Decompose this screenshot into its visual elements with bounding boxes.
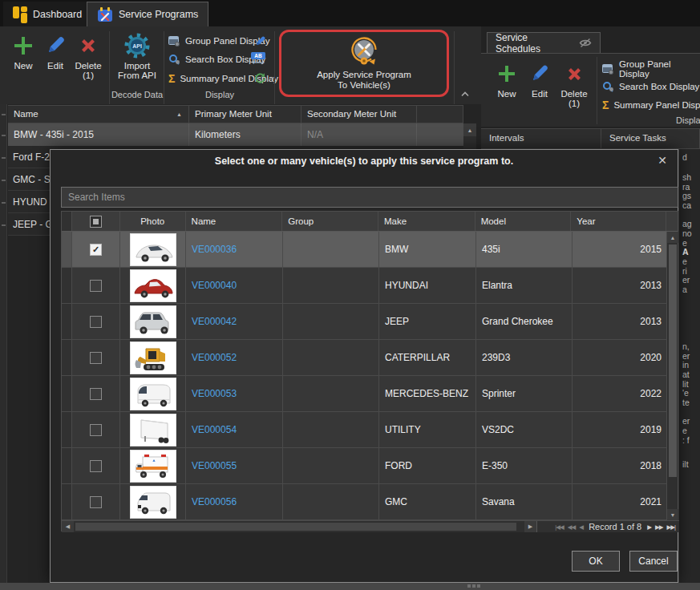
vehicle-name-link[interactable]: VE000042 [192,316,237,327]
schedules-new-button[interactable]: New [491,59,523,99]
scrollbar-track[interactable] [74,521,524,532]
collapse-ribbon-chevron-icon[interactable] [460,91,470,97]
scroll-down-icon[interactable]: ▼ [667,509,678,520]
vehicle-group-cell [283,340,379,375]
prev-page-icon[interactable]: ◀◀ [568,523,576,531]
column-header-group[interactable]: Group [282,212,378,231]
tab-dashboard[interactable]: Dashboard [3,2,91,26]
tab-service-schedules[interactable]: Service Schedules [487,32,601,53]
plus-icon [496,59,517,89]
pencil-icon [44,30,67,61]
column-header-year[interactable]: Year [571,212,666,231]
schedules-delete-button[interactable]: Delete (1) [556,59,593,108]
vehicle-name-link[interactable]: VE000036 [192,244,237,255]
next-record-icon[interactable]: ▶ [647,523,651,531]
vehicles-horizontal-scrollbar[interactable]: ◀ ▶ |◀◀ ◀◀ ◀ Record 1 of 8 ▶ ▶▶ ▶▶| [62,520,679,532]
column-header-model[interactable]: Model [475,212,572,231]
row-checkbox-cell[interactable] [72,304,120,339]
delete-button[interactable]: Delete (1) [71,30,106,80]
ok-button[interactable]: OK [572,551,620,572]
vehicle-model-cell: 435i [476,232,573,267]
scroll-right-icon[interactable]: ▶ [524,521,536,532]
first-record-icon[interactable]: |◀◀ [555,523,563,531]
row-checkbox-cell[interactable] [72,412,120,447]
row-checkbox[interactable] [90,496,102,508]
vehicle-name-link[interactable]: VE000056 [192,496,237,507]
scroll-left-icon[interactable]: ◀ [62,521,74,532]
row-checkbox-cell[interactable] [72,484,120,519]
next-page-icon[interactable]: ▶▶ [655,523,663,531]
apply-service-program-button[interactable]: Apply Service Program To Vehicle(s) [279,30,449,97]
schedules-summary-panel-display-button[interactable]: Σ Summary Panel Display [602,98,700,112]
vehicles-vertical-scrollbar[interactable]: ▲ ▼ [666,232,678,520]
clipped-text-fragment: gs [682,191,691,200]
vehicle-name-link[interactable]: VE000054 [192,424,237,435]
clipped-text-fragment: no [682,228,692,238]
edit-button[interactable]: Edit [40,30,71,71]
group-panel-icon [602,64,614,75]
vehicle-row[interactable]: ✓VE000036BMW435i2015 [62,232,678,268]
cancel-button[interactable]: Cancel [629,551,678,572]
row-checkbox[interactable] [90,352,102,364]
scroll-up-icon[interactable]: ▲ [463,123,476,136]
import-label-line2: From API [118,71,156,80]
scrollbar-thumb[interactable] [75,523,516,531]
search-input[interactable] [61,187,678,208]
column-header-secondary-meter[interactable]: Secondary Meter Unit [301,105,417,123]
last-record-icon[interactable]: ▶▶| [667,523,675,531]
row-checkbox[interactable] [90,280,102,292]
new-button[interactable]: New [6,30,40,71]
vehicle-row[interactable]: VE000056GMCSavana2021 [62,484,678,520]
schedules-edit-button[interactable]: Edit [524,59,555,99]
vehicle-name-link[interactable]: VE000040 [192,280,237,291]
vehicle-name-link[interactable]: VE000052 [192,352,237,363]
clipped-text-fragment: sh [682,172,691,182]
row-indicator [62,232,72,267]
vehicle-row[interactable]: VE000053MERCEDES-BENZSprinter2022 [62,376,678,412]
column-header-photo[interactable]: Photo [120,212,186,231]
close-icon[interactable]: ✕ [655,153,670,168]
row-checkbox-cell[interactable] [72,340,120,375]
schedules-group-panel-display-button[interactable]: Group Panel Display [602,62,700,76]
import-from-api-button[interactable]: API Import From API [112,30,162,80]
vehicle-row[interactable]: VE000055FORDE-3502018 [62,448,678,484]
scroll-up-icon[interactable]: ▲ [667,232,678,243]
bottom-splitter-bar[interactable] [0,583,700,590]
row-checkbox-cell[interactable]: ✓ [72,232,120,267]
vehicle-name-link[interactable]: VE000055 [192,460,237,471]
select-all-checkbox-cell[interactable] [72,212,120,231]
column-header-make[interactable]: Make [378,212,475,231]
column-header-intervals[interactable]: Intervals [481,129,601,148]
row-checkbox[interactable] [90,388,102,400]
vehicle-photo [120,304,186,339]
ribbon-separator [597,57,597,124]
row-checkbox[interactable] [90,460,102,472]
selected-program-row[interactable]: BMW - 435i - 2015 Kilometers N/A [8,123,463,146]
row-checkbox[interactable] [90,424,102,436]
prev-record-icon[interactable]: ◀ [579,523,583,531]
vehicle-year-cell: 2021 [573,484,668,519]
row-checkbox-cell[interactable] [72,376,120,411]
column-header-name[interactable]: Name [186,212,283,231]
vehicles-table-header: Photo Name Group Make Model Year [62,212,678,232]
vehicle-name-link[interactable]: VE000053 [192,388,237,399]
row-checkbox-cell[interactable] [72,448,120,483]
row-checkbox[interactable] [90,316,102,328]
vehicle-row[interactable]: VE000040HYUNDAIElantra2013 [62,268,678,304]
row-checkbox[interactable]: ✓ [90,244,102,256]
column-header-primary-meter[interactable]: Primary Meter Unit [189,105,301,123]
schedules-search-box-display-button[interactable]: Search Box Display [602,79,699,94]
scrollbar-thumb[interactable] [669,244,677,477]
vehicle-row[interactable]: VE000052CATERPILLAR239D32020 [62,340,678,376]
column-header-name[interactable]: Name ▲ [8,105,189,123]
column-header-service-tasks[interactable]: Service Tasks [601,129,700,148]
ab-width-mini-icon[interactable]: AB [250,51,266,66]
refresh-mini-icon[interactable] [252,71,268,85]
vehicle-row[interactable]: VE000042JEEPGrand Cherokee2013 [62,304,678,340]
tab-service-programs[interactable]: Service Programs [87,2,208,26]
vehicle-photo [120,412,186,447]
row-checkbox-cell[interactable] [72,268,120,303]
select-all-checkbox[interactable] [90,216,102,228]
edit-pencil-mini-icon[interactable] [252,34,268,48]
vehicle-row[interactable]: VE000054UTILITYVS2DC2019 [62,412,678,448]
